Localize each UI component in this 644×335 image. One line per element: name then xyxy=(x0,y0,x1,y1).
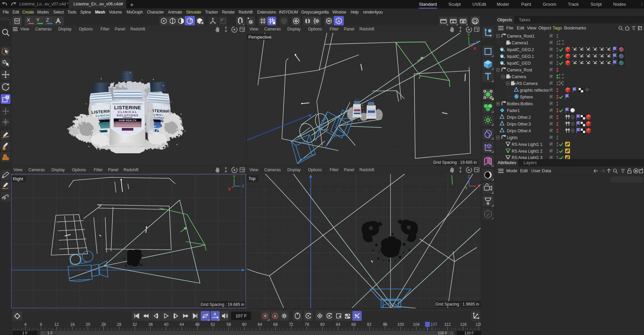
svg-text:60: 60 xyxy=(242,322,247,327)
svg-text:68: 68 xyxy=(273,322,278,327)
svg-text:24: 24 xyxy=(101,322,106,327)
svg-text:Drips Other.4: Drips Other.4 xyxy=(507,129,531,133)
svg-text:84: 84 xyxy=(336,322,340,327)
svg-text:88: 88 xyxy=(351,322,356,327)
svg-text:56: 56 xyxy=(226,322,231,327)
svg-text:Camera_Root: Camera_Root xyxy=(507,68,532,72)
svg-text:92: 92 xyxy=(367,322,372,327)
svg-text:Y: Y xyxy=(233,175,236,179)
svg-text:Z: Z xyxy=(242,184,244,188)
svg-text:Z: Z xyxy=(476,40,478,44)
svg-text:116: 116 xyxy=(460,322,466,327)
svg-text:8: 8 xyxy=(40,322,42,327)
svg-text:A: A xyxy=(214,312,216,316)
svg-text:20: 20 xyxy=(86,322,90,327)
svg-text:liquidC_GEO.2: liquidC_GEO.2 xyxy=(507,47,534,52)
svg-text:64: 64 xyxy=(258,322,262,327)
svg-text:RS Area Light1 3: RS Area Light1 3 xyxy=(512,155,542,159)
svg-text:RS Area Light1 2: RS Area Light1 2 xyxy=(512,149,542,154)
svg-text:80: 80 xyxy=(320,322,325,327)
svg-text:28: 28 xyxy=(117,322,121,327)
svg-text:Grid Spacing : 1.9685 in: Grid Spacing : 1.9685 in xyxy=(436,302,479,307)
svg-text:44: 44 xyxy=(179,322,184,327)
svg-text:Camera1: Camera1 xyxy=(512,41,529,45)
svg-text:Fader1: Fader1 xyxy=(507,108,520,113)
svg-text:76: 76 xyxy=(305,322,309,327)
svg-text:16: 16 xyxy=(70,322,75,327)
svg-text:Y: Y xyxy=(467,33,470,37)
svg-text:Perspective: Perspective xyxy=(248,35,271,40)
svg-text:graphic reflector: graphic reflector xyxy=(520,88,549,93)
svg-text:Grid Spacing : 19.685 in: Grid Spacing : 19.685 in xyxy=(433,160,477,165)
svg-text:Drips Other.3: Drips Other.3 xyxy=(507,122,531,127)
svg-text:Lights: Lights xyxy=(507,135,518,140)
svg-text:Grid Spacing : 19.685 in: Grid Spacing : 19.685 in xyxy=(201,302,244,307)
svg-text:X: X xyxy=(473,46,476,50)
svg-text:Bottles:Bottles: Bottles:Bottles xyxy=(507,102,533,106)
svg-text:RS Camera: RS Camera xyxy=(516,81,538,86)
svg-text:liquidC_GEO: liquidC_GEO xyxy=(507,61,531,66)
svg-text:32: 32 xyxy=(132,322,137,327)
svg-text:36: 36 xyxy=(148,322,153,327)
svg-text:120: 120 xyxy=(475,322,481,327)
svg-text:A: A xyxy=(274,314,276,318)
svg-text:112: 112 xyxy=(444,322,450,327)
svg-text:Camera_Root1: Camera_Root1 xyxy=(507,34,535,39)
svg-text:104: 104 xyxy=(413,322,420,327)
svg-text:Right: Right xyxy=(13,176,23,181)
svg-text:72: 72 xyxy=(289,322,293,327)
svg-text:SOLUTIONS: SOLUTIONS xyxy=(116,114,138,117)
svg-text:40: 40 xyxy=(164,322,169,327)
svg-text:X: X xyxy=(477,184,480,188)
svg-text:Drips Other.2: Drips Other.2 xyxy=(507,115,531,120)
svg-text:GUM HEALTH: GUM HEALTH xyxy=(119,119,136,121)
svg-text:Top: Top xyxy=(248,176,256,181)
svg-text:Y: Y xyxy=(465,186,468,190)
svg-text:LISTERINE: LISTERINE xyxy=(114,105,141,110)
svg-text:A: A xyxy=(337,19,340,24)
svg-text:Camera: Camera xyxy=(512,74,526,79)
svg-text:12: 12 xyxy=(54,322,59,327)
svg-text:RS Area Light1 1: RS Area Light1 1 xyxy=(512,142,542,147)
svg-text:CLINICAL: CLINICAL xyxy=(118,110,137,114)
svg-text:96: 96 xyxy=(383,322,387,327)
svg-text:liquidC_GEO.1: liquidC_GEO.1 xyxy=(507,54,534,59)
svg-text:52: 52 xyxy=(210,322,215,327)
svg-text:X: X xyxy=(228,187,231,191)
svg-text:107: 107 xyxy=(430,322,437,327)
svg-text:100: 100 xyxy=(397,322,404,327)
svg-text:Z: Z xyxy=(468,175,470,179)
svg-text:Sphere: Sphere xyxy=(520,95,533,99)
svg-text:4: 4 xyxy=(24,322,27,327)
svg-text:48: 48 xyxy=(195,322,200,327)
